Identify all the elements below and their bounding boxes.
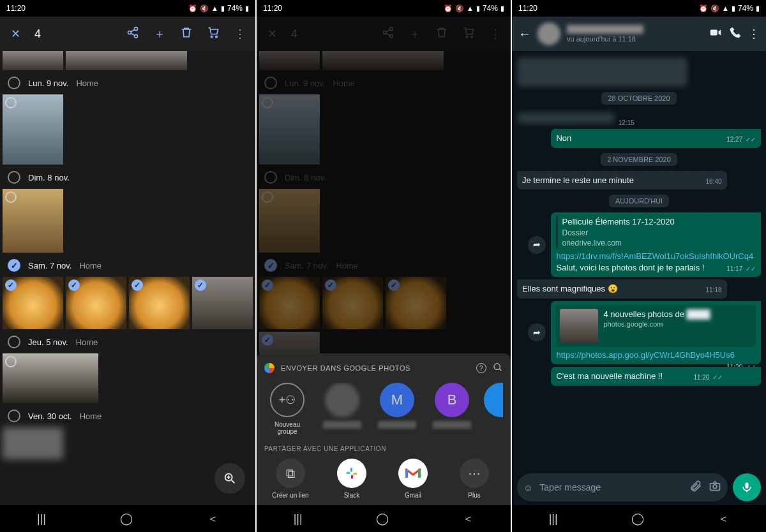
share-app-slack[interactable]: Slack — [329, 459, 374, 499]
close-icon[interactable]: ✕ — [8, 27, 23, 41]
back-button[interactable]: ＜ — [717, 511, 729, 526]
message-in[interactable]: Je termine le reste une minute 18:40 — [517, 171, 727, 190]
share-sheet[interactable]: ENVOYER DANS GOOGLE PHOTOS ? +⚇ Nouveau … — [257, 353, 511, 505]
video-call-icon[interactable] — [709, 26, 723, 43]
message-link[interactable]: https://1drv.ms/f/s!AmBEZWol1u7okSuIshIh… — [556, 251, 753, 261]
thumb-checkbox[interactable] — [5, 356, 17, 367]
photo-thumb[interactable] — [3, 189, 63, 253]
select-day-checkbox[interactable] — [8, 259, 20, 272]
share-app-gmail[interactable]: Gmail — [391, 459, 435, 499]
share-contact[interactable] — [484, 383, 503, 435]
thumb-checkbox[interactable]: ✓ — [5, 279, 17, 291]
camera-icon[interactable] — [709, 480, 721, 495]
share-apps-title: PARTAGER AVEC UNE APPLICATION — [264, 445, 503, 452]
wifi-icon: ▲ — [211, 4, 218, 12]
emoji-icon[interactable]: ☺ — [523, 482, 533, 493]
share-icon[interactable] — [125, 26, 140, 42]
select-day-checkbox[interactable] — [8, 77, 20, 89]
home-button[interactable]: ◯ — [631, 512, 644, 526]
share-icon[interactable] — [380, 26, 396, 42]
wifi-icon: ▲ — [467, 4, 474, 12]
forward-icon[interactable]: ➦ — [528, 323, 546, 341]
message-field[interactable]: ☺ Taper message — [517, 473, 728, 501]
home-button[interactable]: ◯ — [376, 512, 389, 526]
create-link-button[interactable]: ⧉ Créer un lien — [268, 459, 313, 499]
share-contact[interactable] — [319, 383, 365, 435]
signal-icon: ▮ — [732, 4, 735, 13]
home-button[interactable]: ◯ — [120, 512, 133, 526]
recents-button[interactable]: ||| — [549, 512, 558, 526]
svg-rect-12 — [346, 472, 350, 474]
trash-icon[interactable] — [179, 26, 194, 42]
date-section[interactable]: Dim. 8 nov. — [0, 165, 255, 189]
chat-title[interactable]: vu aujourd'hui à 11:18 — [567, 25, 702, 43]
zoom-fab[interactable] — [214, 463, 245, 494]
thumb-checkbox[interactable] — [5, 191, 17, 203]
photo-thumb[interactable] — [3, 427, 63, 459]
share-app-more[interactable]: ⋯ Plus — [452, 459, 497, 499]
message-in[interactable]: Elles sont magnifiques 😮 11:18 — [517, 279, 727, 299]
date-section[interactable]: Jeu. 5 nov. Home — [0, 329, 255, 353]
share-contact[interactable]: B — [429, 383, 475, 435]
select-day-checkbox[interactable] — [8, 336, 20, 348]
attach-icon[interactable] — [689, 480, 702, 495]
trash-icon[interactable] — [434, 26, 449, 42]
date-section[interactable]: Ven. 30 oct. Home — [0, 403, 255, 427]
forward-icon[interactable]: ➦ — [528, 236, 546, 254]
select-day-checkbox[interactable] — [8, 171, 20, 184]
message-in-redacted — [517, 57, 687, 87]
add-icon[interactable]: ＋ — [152, 26, 167, 41]
recents-button[interactable]: ||| — [294, 512, 303, 526]
alarm-icon: ⏰ — [188, 4, 197, 13]
date-section[interactable]: Lun. 9 nov. Home — [0, 70, 255, 94]
message-out-link[interactable]: ➦ 4 nouvelles photos de ████ photos.goog… — [551, 301, 761, 365]
android-nav: ||| ◯ ＜ — [257, 505, 511, 532]
share-contact[interactable]: M — [374, 383, 420, 435]
more-icon[interactable]: ⋮ — [748, 27, 760, 41]
photo-thumb[interactable]: ✓ — [66, 277, 126, 329]
search-icon[interactable] — [493, 362, 503, 374]
help-icon[interactable]: ? — [476, 363, 486, 373]
close-icon[interactable]: ✕ — [264, 27, 280, 41]
voice-call-icon[interactable] — [729, 26, 742, 42]
message-out[interactable]: C'est ma nouvelle machine !! 11:20 ✓✓ — [551, 367, 761, 386]
signal-icon: ▮ — [221, 4, 225, 13]
back-icon[interactable]: ← — [518, 27, 531, 41]
photo-thumb[interactable] — [66, 51, 187, 70]
link-preview[interactable]: 4 nouvelles photos de ████ photos.google… — [556, 305, 756, 347]
more-icon[interactable]: ⋮ — [232, 27, 248, 41]
photo-thumb[interactable] — [3, 51, 63, 70]
select-day-checkbox[interactable] — [8, 410, 20, 422]
chat-body[interactable]: 28 OCTOBRE 2020 12:15 Non 12:27 ✓✓ 2 NOV… — [512, 51, 766, 532]
avatar[interactable] — [537, 22, 560, 45]
date-section[interactable]: Sam. 7 nov. Home — [0, 253, 255, 277]
selection-count: 4 — [291, 27, 369, 41]
svg-point-2 — [135, 34, 138, 38]
thumb-checkbox[interactable]: ✓ — [131, 279, 143, 291]
photo-thumb[interactable]: ✓ — [192, 277, 253, 329]
new-group-button[interactable]: +⚇ Nouveau groupe — [264, 383, 310, 435]
svg-rect-13 — [353, 473, 357, 475]
more-icon[interactable]: ⋮ — [488, 27, 503, 41]
last-seen: vu aujourd'hui à 11:18 — [567, 35, 702, 43]
cart-icon[interactable] — [461, 26, 476, 42]
message-out-link[interactable]: ➦ Pellicule Éléments 17-12-2020 Dossier … — [551, 212, 761, 277]
photo-thumb[interactable] — [3, 353, 98, 403]
back-button[interactable]: ＜ — [462, 511, 474, 526]
thumb-checkbox[interactable]: ✓ — [68, 279, 80, 291]
link-preview[interactable]: Pellicule Éléments 17-12-2020 Dossier on… — [556, 216, 756, 248]
photo-thumb[interactable]: ✓ — [129, 277, 190, 329]
thumb-checkbox[interactable]: ✓ — [195, 279, 206, 291]
recents-button[interactable]: ||| — [37, 512, 46, 526]
share-contacts-row: +⚇ Nouveau groupe M B — [264, 383, 503, 435]
photo-thumb[interactable] — [3, 94, 63, 165]
photos-top-bar: ✕ 4 ＋ ⋮ — [0, 17, 255, 51]
back-button[interactable]: ＜ — [207, 511, 218, 526]
mic-button[interactable] — [733, 473, 761, 501]
add-icon[interactable]: ＋ — [407, 26, 423, 41]
cart-icon[interactable] — [206, 26, 221, 42]
thumb-checkbox[interactable] — [5, 97, 17, 108]
message-link[interactable]: https://photos.app.goo.gl/yCWrL4GhByo4H5… — [556, 350, 734, 360]
photo-thumb[interactable]: ✓ — [3, 277, 63, 329]
message-out[interactable]: Non 12:27 ✓✓ — [551, 129, 761, 148]
